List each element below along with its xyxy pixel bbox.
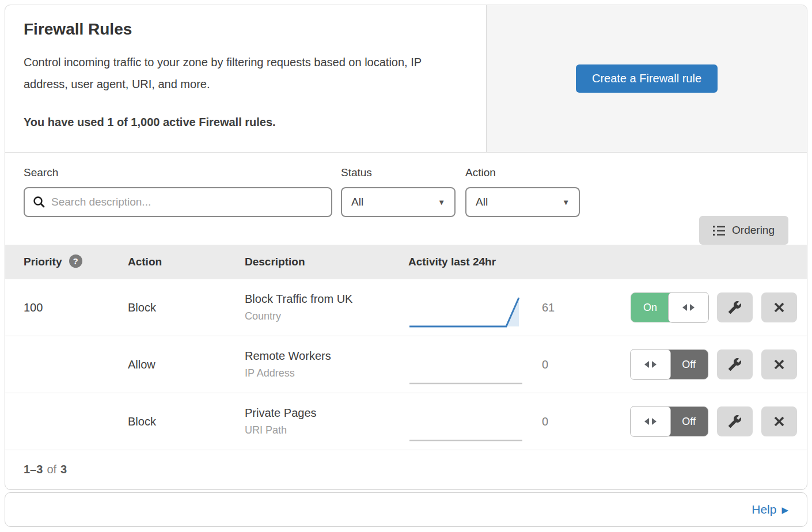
activity-cell: 0 [408,343,631,386]
rule-enabled-toggle[interactable]: Off [631,406,708,436]
help-arrow-icon: ▶ [781,505,788,515]
activity-count: 0 [542,415,548,428]
status-selected-value: All [351,196,363,208]
column-header-activity: Activity last 24hr [408,256,631,268]
close-icon [773,359,785,370]
ordering-button[interactable]: Ordering [699,216,788,245]
ordering-button-label: Ordering [732,224,775,237]
rule-description: Block Traffic from UK [245,292,408,306]
rule-type-label: URI Path [245,424,408,436]
toggle-state-label: On [631,293,669,322]
search-input[interactable] [51,196,323,208]
activity-sparkline [408,351,523,386]
close-icon [773,416,785,427]
wrench-icon [728,415,742,428]
close-icon [773,302,785,313]
usage-summary: You have used 1 of 1,000 active Firewall… [24,116,463,129]
status-select[interactable]: All ▼ [341,187,456,217]
pagination-summary: 1–3 of 3 [5,450,807,489]
page-title: Firewall Rules [24,20,463,39]
priority-cell: 100 [24,301,128,314]
priority-help-icon[interactable]: ? [69,254,82,268]
description-cell: Block Traffic from UK Country [245,292,408,322]
edit-rule-button[interactable] [717,292,753,322]
page-description: Control incoming traffic to your zone by… [24,51,463,95]
panel-header: Firewall Rules Control incoming traffic … [5,5,807,153]
activity-count: 0 [542,358,548,371]
rule-enabled-toggle[interactable]: Off [631,349,708,379]
wrench-icon [728,301,742,314]
column-header-description: Description [245,256,408,268]
chevron-down-icon: ▼ [438,198,445,207]
delete-rule-button[interactable] [761,349,797,379]
wrench-icon [728,358,742,371]
edit-rule-button[interactable] [717,349,753,379]
delete-rule-button[interactable] [761,406,797,436]
delete-rule-button[interactable] [761,292,797,322]
help-bar: Help ▶ [5,492,807,527]
activity-sparkline [408,294,523,329]
rule-type-label: Country [245,310,408,322]
activity-sparkline [408,408,523,443]
toggle-state-label: Off [670,407,708,436]
ordering-list-icon [713,225,725,236]
create-firewall-rule-button[interactable]: Create a Firewall rule [576,64,718,93]
table-header-row: Priority ? Action Description Activity l… [5,245,807,279]
chevron-down-icon: ▼ [562,198,570,207]
activity-cell: 0 [408,400,631,443]
edit-rule-button[interactable] [717,406,753,436]
search-icon [33,196,45,208]
activity-cell: 61 [408,286,631,329]
table-row: Allow Remote Workers IP Address 0 Off [5,336,807,393]
action-selected-value: All [476,196,488,208]
rule-type-label: IP Address [245,367,408,379]
action-cell: Block [128,415,245,428]
pagination-total: 3 [60,463,67,476]
action-cell: Allow [128,358,245,371]
description-cell: Private Pages URI Path [245,406,408,436]
action-label: Action [465,166,580,179]
rule-enabled-toggle[interactable]: On [631,292,708,322]
header-action-panel: Create a Firewall rule [486,5,807,152]
toggle-drag-handle-icon [668,292,709,323]
column-header-action: Action [128,256,245,268]
activity-count: 61 [542,301,555,314]
rule-description: Private Pages [245,406,408,420]
firewall-rules-panel: Firewall Rules Control incoming traffic … [5,5,807,490]
header-text-block: Firewall Rules Control incoming traffic … [5,5,486,152]
toggle-drag-handle-icon [630,406,671,437]
action-select[interactable]: All ▼ [465,187,580,217]
pagination-range: 1–3 [24,463,43,476]
status-label: Status [341,166,456,179]
column-header-priority: Priority [24,256,62,268]
toggle-state-label: Off [670,350,708,379]
table-row: 100 Block Block Traffic from UK Country … [5,279,807,336]
rule-description: Remote Workers [245,349,408,363]
table-row: Block Private Pages URI Path 0 Off [5,393,807,450]
pagination-of-text: of [47,463,56,476]
description-cell: Remote Workers IP Address [245,349,408,379]
search-box [24,187,332,217]
filter-bar: Search Status All ▼ Action All ▼ [5,153,807,245]
toggle-drag-handle-icon [630,349,671,380]
help-link[interactable]: Help ▶ [752,503,788,516]
action-cell: Block [128,301,245,314]
search-label: Search [24,166,332,179]
help-link-label: Help [752,503,776,516]
